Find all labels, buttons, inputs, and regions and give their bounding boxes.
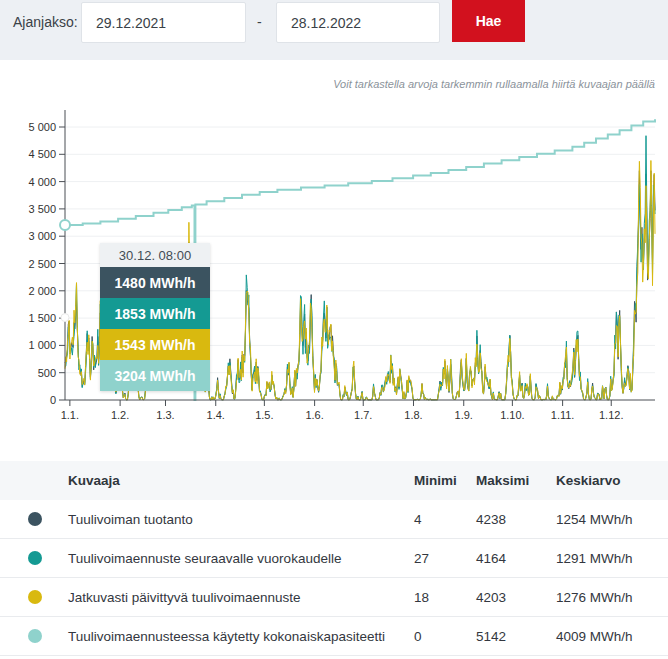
series-avg: 1276 MWh/h <box>556 590 668 605</box>
table-row: Tuulivoiman tuotanto 4 4238 1254 MWh/h <box>0 500 668 539</box>
svg-text:1.2.: 1.2. <box>111 409 129 421</box>
series-label: Tuulivoimaennusteessa käytetty kokonaisk… <box>68 629 414 644</box>
svg-text:2 500: 2 500 <box>28 258 56 270</box>
tooltip-timestamp: 30.12. 08:00 <box>100 243 210 267</box>
tooltip-value-forecast-updated: 1543 MWh/h <box>100 329 210 360</box>
end-date-input[interactable] <box>276 2 440 43</box>
stats-header-kuvaaja: Kuvaaja <box>68 473 414 488</box>
period-label: Ajanjakso: <box>13 14 78 30</box>
svg-text:4 000: 4 000 <box>28 176 56 188</box>
series-color-dot <box>28 551 42 565</box>
svg-text:4 500: 4 500 <box>28 148 56 160</box>
series-min: 18 <box>414 590 476 605</box>
tooltip-value-production: 1480 MWh/h <box>100 267 210 298</box>
series-max: 4238 <box>476 512 556 527</box>
series-label: Jatkuvasti päivittyvä tuulivoimaennuste <box>68 590 414 605</box>
series-max: 5142 <box>476 629 556 644</box>
svg-text:0: 0 <box>50 394 56 406</box>
stats-header-max: Maksimi <box>476 473 556 488</box>
series-min: 0 <box>414 629 476 644</box>
svg-text:1.8.: 1.8. <box>404 409 422 421</box>
series-color-dot <box>28 629 42 643</box>
period-toolbar: Ajanjakso: - Hae <box>0 0 668 60</box>
svg-text:5 000: 5 000 <box>28 121 56 133</box>
date-separator: - <box>257 14 262 30</box>
svg-text:3 000: 3 000 <box>28 230 56 242</box>
svg-text:1.4.: 1.4. <box>207 409 225 421</box>
stats-header-min: Minimi <box>414 473 476 488</box>
series-avg: 1291 MWh/h <box>556 551 668 566</box>
series-max: 4203 <box>476 590 556 605</box>
svg-text:1.10.: 1.10. <box>500 409 524 421</box>
stats-header-avg: Keskiarvo <box>556 473 668 488</box>
svg-text:2 000: 2 000 <box>28 285 56 297</box>
svg-text:1 000: 1 000 <box>28 339 56 351</box>
table-row: Jatkuvasti päivittyvä tuulivoimaennuste … <box>0 578 668 617</box>
series-min: 27 <box>414 551 476 566</box>
svg-text:1.12.: 1.12. <box>599 409 623 421</box>
series-color-dot <box>28 590 42 604</box>
series-color-dot <box>28 512 42 526</box>
series-label: Tuulivoimaennuste seuraavalle vuorokaude… <box>68 551 414 566</box>
svg-text:1 500: 1 500 <box>28 312 56 324</box>
series-avg: 4009 MWh/h <box>556 629 668 644</box>
search-button[interactable]: Hae <box>452 0 525 42</box>
series-label: Tuulivoiman tuotanto <box>68 512 414 527</box>
svg-text:1.6.: 1.6. <box>305 409 323 421</box>
svg-text:500: 500 <box>38 367 56 379</box>
svg-text:3 500: 3 500 <box>28 203 56 215</box>
table-row: Tuulivoimaennuste seuraavalle vuorokaude… <box>0 539 668 578</box>
chart-tooltip: 30.12. 08:00 1480 MWh/h 1853 MWh/h 1543 … <box>100 243 210 391</box>
start-date-input[interactable] <box>81 2 246 43</box>
tooltip-value-capacity: 3204 MWh/h <box>100 360 210 391</box>
svg-text:1.11.: 1.11. <box>551 409 575 421</box>
series-max: 4164 <box>476 551 556 566</box>
tooltip-value-forecast-day: 1853 MWh/h <box>100 298 210 329</box>
series-min: 4 <box>414 512 476 527</box>
stats-header-row: Kuvaaja Minimi Maksimi Keskiarvo <box>0 461 668 500</box>
svg-text:1.1.: 1.1. <box>61 409 79 421</box>
series-avg: 1254 MWh/h <box>556 512 668 527</box>
svg-text:1.5.: 1.5. <box>255 409 273 421</box>
series-stats-table: Kuvaaja Minimi Maksimi Keskiarvo Tuulivo… <box>0 461 668 656</box>
svg-text:1.3.: 1.3. <box>156 409 174 421</box>
svg-text:1.9.: 1.9. <box>455 409 473 421</box>
table-row: Tuulivoimaennusteessa käytetty kokonaisk… <box>0 617 668 656</box>
svg-text:1.7.: 1.7. <box>354 409 372 421</box>
